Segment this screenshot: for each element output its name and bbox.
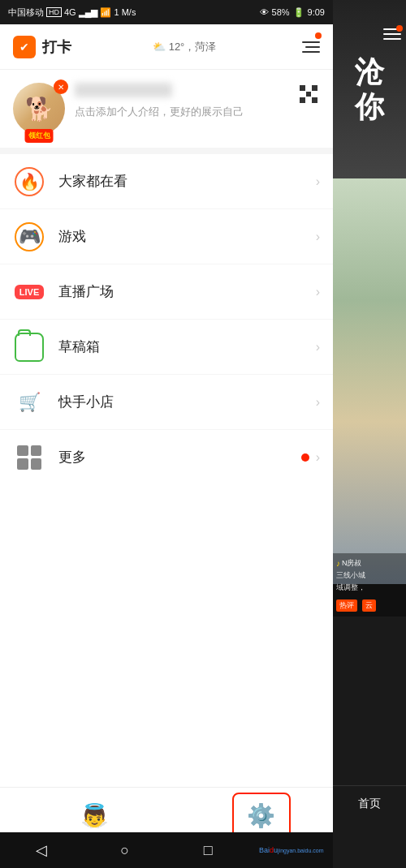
shop-label: 快手小店 <box>58 393 316 411</box>
more-icon <box>13 441 45 471</box>
more-label: 更多 <box>58 448 301 466</box>
rp-mid-area <box>333 178 406 584</box>
rp-info-overlay: ♪ N房叔 三线小城 域调整， 热评 云 <box>333 553 406 617</box>
menu-item-draft[interactable]: 草稿箱 › <box>0 320 333 375</box>
more-notification-dot <box>301 453 309 462</box>
spacer <box>0 471 333 787</box>
carrier-label: 中国移动 <box>8 6 44 19</box>
game-arrow: › <box>316 230 320 244</box>
signal-bars: ▂▄▆ <box>79 7 98 18</box>
profile-info: 点击添加个人介绍，更好的展示自己 <box>75 83 320 120</box>
game-icon: 🎮 <box>13 221 45 253</box>
qr-code-button[interactable] <box>297 83 320 105</box>
header: ✔ 打卡 ⛅ 12°，菏泽 <box>0 24 333 70</box>
status-right: 👁 58% 🔋 9:09 <box>260 7 325 18</box>
game-label: 游戏 <box>58 227 316 246</box>
shop-arrow: › <box>316 395 320 410</box>
right-panel: 沧 你 ♪ N房叔 三线小城 域调整， 热评 云 首页 <box>333 0 406 868</box>
nav-bar: ◁ ○ □ Baidu jingyan.baidu.com <box>0 832 333 868</box>
red-envelope-badge[interactable]: 领红包 <box>25 129 54 143</box>
status-bar: 中国移动 HD 4G ▂▄▆ 📶 1 M/s 👁 58% 🔋 9:09 <box>0 0 333 24</box>
rp-music-label: ♪ N房叔 <box>336 558 403 569</box>
home-button[interactable]: ○ <box>107 832 143 868</box>
battery-label: 58% <box>272 7 290 17</box>
menu-button[interactable] <box>297 36 320 58</box>
status-left: 中国移动 HD 4G ▂▄▆ 📶 1 M/s <box>8 6 136 19</box>
eye-icon: 👁 <box>260 7 269 17</box>
rp-info-line2: 域调整， <box>336 582 403 593</box>
rp-mid-image <box>333 178 406 584</box>
popular-label: 大家都在看 <box>58 172 316 191</box>
shop-icon: 🛒 <box>13 386 45 419</box>
minor-protection-icon: 👼 <box>80 801 110 830</box>
rp-top-area: 沧 你 <box>333 0 406 178</box>
draft-label: 草稿箱 <box>58 337 316 356</box>
rp-music-text: N房叔 <box>342 558 362 569</box>
profile-description: 点击添加个人介绍，更好的展示自己 <box>75 104 320 120</box>
menu-item-game[interactable]: 🎮 游戏 › <box>0 209 333 264</box>
hot-badge: 热评 <box>336 599 357 612</box>
menu-list: 🔥 大家都在看 › 🎮 游戏 › LIVE 直播广场 › <box>0 154 333 471</box>
speed-label: 1 M/s <box>114 7 136 17</box>
rp-home-text: 首页 <box>358 797 381 811</box>
battery-icon: 🔋 <box>293 7 304 18</box>
avatar-wrapper: 🐕 ✕ 领红包 <box>13 83 65 135</box>
menu-notification-dot <box>315 32 322 39</box>
weather-info: ⛅ 12°，菏泽 <box>153 40 217 54</box>
menu-item-popular[interactable]: 🔥 大家都在看 › <box>0 154 333 209</box>
profile-section[interactable]: 🐕 ✕ 领红包 点击添加个人介绍，更好的展示自己 <box>0 70 333 154</box>
rp-info-line1: 三线小城 <box>336 570 403 581</box>
profile-name-blurred <box>75 83 172 97</box>
menu-item-shop[interactable]: 🛒 快手小店 › <box>0 375 333 430</box>
checkin-title: 打卡 <box>42 37 71 57</box>
recents-button[interactable]: □ <box>190 832 226 868</box>
baidu-watermark: Baidu jingyan.baidu.com <box>274 832 309 868</box>
temperature-label: 12°，菏泽 <box>169 40 217 54</box>
signal-label: 4G <box>64 7 76 17</box>
menu-line-2 <box>305 46 320 48</box>
settings-icon: ⚙️ <box>247 801 276 830</box>
more-arrow: › <box>316 450 320 465</box>
live-icon: LIVE <box>13 276 45 308</box>
menu-item-live[interactable]: LIVE 直播广场 › <box>0 264 333 320</box>
wifi-icon: 📶 <box>100 7 111 18</box>
rp-menu-icon[interactable] <box>383 28 401 40</box>
rp-home-label: 首页 <box>333 785 406 821</box>
rp-overlay-text: 沧 你 <box>355 54 384 124</box>
menu-line-3 <box>302 51 320 53</box>
live-arrow: › <box>316 285 320 299</box>
checkin-icon: ✔ <box>13 36 36 58</box>
time-label: 9:09 <box>308 7 325 17</box>
cloud-badge: 云 <box>362 599 376 612</box>
hd-label: HD <box>46 7 62 17</box>
header-left: ✔ 打卡 <box>13 36 71 58</box>
back-button[interactable]: ◁ <box>24 832 59 868</box>
popular-icon: 🔥 <box>13 165 45 198</box>
menu-line-1 <box>302 41 320 43</box>
menu-item-more[interactable]: 更多 › <box>0 430 333 471</box>
popular-arrow: › <box>316 174 320 189</box>
live-label: 直播广场 <box>58 282 316 301</box>
draft-arrow: › <box>316 340 320 355</box>
close-badge: ✕ <box>54 79 68 94</box>
music-note-icon: ♪ <box>336 559 340 568</box>
draft-icon <box>13 331 45 363</box>
right-panel-content: 沧 你 ♪ N房叔 三线小城 域调整， 热评 云 首页 <box>333 0 406 868</box>
weather-icon: ⛅ <box>153 41 166 53</box>
